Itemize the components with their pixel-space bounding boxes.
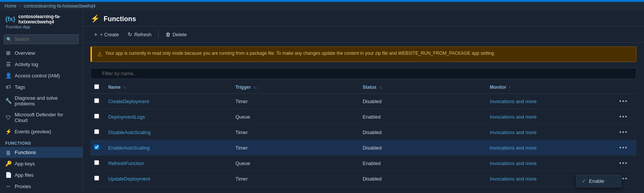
select-all-checkbox[interactable]: [94, 84, 99, 89]
row-status-cell: Disabled: [359, 94, 486, 109]
col-header-status[interactable]: Status ↑↓: [359, 81, 486, 94]
col-header-monitor[interactable]: Monitor ↑: [486, 81, 613, 94]
row-monitor-cell: Invocations and more: [486, 94, 613, 109]
table-row: EnableAutoScaling Timer Disabled Invocat…: [90, 140, 636, 156]
row-trigger-cell: Queue: [232, 156, 359, 171]
monitor-link[interactable]: Invocations and more: [490, 161, 537, 166]
name-sort-icon: ↑↓: [123, 85, 127, 90]
col-header-check: [90, 81, 104, 94]
sidebar-item-label-app-files: App files: [15, 172, 34, 178]
col-header-name[interactable]: Name ↑↓: [104, 81, 232, 94]
function-link[interactable]: UpdateDeployment: [108, 176, 150, 182]
row-status-cell: Disabled: [359, 171, 486, 187]
function-link[interactable]: DeploymentLogs: [108, 114, 145, 120]
warning-icon: ⚠: [97, 51, 102, 58]
sidebar: {fx} contosolearning-fa-hxtxwwcbwehq4 Fu…: [0, 10, 83, 193]
content-header: ⚡Functions: [83, 10, 644, 26]
row-checkbox[interactable]: [94, 176, 99, 181]
row-monitor-cell: Invocations and more: [486, 109, 613, 125]
sidebar-item-access-control[interactable]: 👤 Access control (IAM): [0, 70, 83, 81]
row-more-button[interactable]: •••: [617, 113, 630, 121]
row-checkbox-cell: [90, 125, 104, 140]
sidebar-item-label-tags: Tags: [15, 84, 25, 90]
row-actions-cell: •••: [613, 140, 636, 156]
monitor-link[interactable]: Invocations and more: [490, 145, 537, 151]
table-row: RefreshFunction Queue Enabled Invocation…: [90, 156, 636, 171]
search-input[interactable]: [4, 34, 79, 44]
filter-wrap: 🔍: [90, 68, 636, 79]
col-header-trigger[interactable]: Trigger ↑↓: [232, 81, 359, 94]
row-more-button[interactable]: •••: [617, 159, 630, 167]
function-app-icon: {fx}: [5, 16, 15, 23]
monitor-link[interactable]: Invocations and more: [490, 114, 537, 120]
monitor-link[interactable]: Invocations and more: [490, 99, 537, 104]
context-menu-enable-label: Enable: [589, 178, 604, 184]
delete-icon: 🗑: [165, 31, 171, 37]
activity-log-icon: ☰: [5, 61, 11, 67]
row-more-button[interactable]: •••: [617, 97, 630, 105]
table-row: DeploymentLogs Queue Enabled Invocations…: [90, 109, 636, 125]
sidebar-item-tags[interactable]: 🏷 Tags: [0, 81, 83, 93]
sidebar-item-events[interactable]: ⚡ Events (preview): [0, 126, 83, 137]
row-checkbox[interactable]: [94, 145, 99, 150]
table-row: UpdateDeployment Timer Disabled Invocati…: [90, 171, 636, 187]
row-more-button[interactable]: •••: [617, 144, 630, 152]
row-trigger-cell: Queue: [232, 109, 359, 125]
create-button[interactable]: + + Create: [90, 29, 122, 39]
sidebar-item-label-proxies: Proxies: [15, 184, 31, 189]
monitor-link[interactable]: Invocations and more: [490, 130, 537, 135]
diagnose-icon: 🔧: [5, 98, 11, 104]
sidebar-item-label-defender: Microsoft Defender for Cloud: [15, 112, 77, 123]
function-link[interactable]: EnableAutoScaling: [108, 145, 150, 151]
row-checkbox-cell: [90, 109, 104, 125]
sidebar-item-defender[interactable]: 🛡 Microsoft Defender for Cloud: [0, 109, 83, 126]
functions-table: Name ↑↓ Trigger ↑↓ Status ↑↓ Monitor: [90, 81, 636, 187]
breadcrumb-separator: >: [19, 3, 21, 9]
sidebar-item-label-overview: Overview: [15, 50, 35, 56]
row-monitor-cell: Invocations and more: [486, 156, 613, 171]
sidebar-item-proxies[interactable]: ↔ Proxies: [0, 181, 83, 192]
sidebar-item-app-files[interactable]: 📄 App files: [0, 169, 83, 181]
breadcrumb-home[interactable]: Home: [5, 3, 17, 9]
row-checkbox-cell: [90, 156, 104, 171]
sidebar-item-label-access-control: Access control (IAM): [15, 73, 60, 79]
overview-icon: ⊞: [5, 50, 11, 56]
sidebar-item-diagnose[interactable]: 🔧 Diagnose and solve problems: [0, 93, 83, 109]
section-functions-label: Functions: [0, 137, 83, 147]
row-checkbox[interactable]: [94, 129, 99, 134]
app-keys-icon: 🔑: [5, 161, 11, 167]
search-icon: 🔍: [6, 37, 12, 42]
col-header-actions: [613, 81, 636, 94]
row-actions-cell: •••: [613, 156, 636, 171]
monitor-sort-icon: ↑: [509, 85, 511, 90]
delete-button[interactable]: 🗑 Delete: [162, 29, 191, 39]
row-checkbox[interactable]: [94, 114, 99, 119]
row-checkbox[interactable]: [94, 160, 99, 165]
sidebar-app-name: {fx} contosolearning-fa-hxtxwwcbwehq4: [5, 14, 77, 25]
row-actions-cell: •••: [613, 94, 636, 109]
context-menu-enable[interactable]: ✓ Enable: [577, 175, 621, 187]
function-link[interactable]: RefreshFunction: [108, 161, 144, 166]
row-trigger-cell: Timer: [232, 94, 359, 109]
sidebar-item-label-functions: Functions: [15, 150, 36, 155]
function-link[interactable]: CreateDeployment: [108, 99, 149, 104]
row-name-cell: DeploymentLogs: [104, 109, 232, 125]
row-trigger-cell: Timer: [232, 125, 359, 140]
toolbar: + + Create ↻ Refresh 🗑 Delete: [83, 26, 644, 43]
sidebar-item-label-activity-log: Activity log: [15, 62, 38, 67]
monitor-link[interactable]: Invocations and more: [490, 176, 537, 182]
search-box[interactable]: 🔍: [4, 34, 79, 44]
row-checkbox[interactable]: [94, 98, 99, 103]
row-more-button[interactable]: •••: [617, 128, 630, 136]
warning-banner: ⚠ Your app is currently in read only mod…: [90, 46, 636, 62]
row-status-cell: Enabled: [359, 109, 486, 125]
sidebar-item-functions[interactable]: ||| Functions: [0, 147, 83, 158]
sidebar-item-overview[interactable]: ⊞ Overview: [0, 47, 83, 59]
table-header: Name ↑↓ Trigger ↑↓ Status ↑↓ Monitor: [90, 81, 636, 94]
refresh-button[interactable]: ↻ Refresh: [124, 29, 155, 39]
row-trigger-cell: Timer: [232, 140, 359, 156]
sidebar-item-activity-log[interactable]: ☰ Activity log: [0, 59, 83, 70]
filter-input[interactable]: [90, 68, 636, 79]
sidebar-item-app-keys[interactable]: 🔑 App keys: [0, 158, 83, 169]
function-link[interactable]: DisableAutoScaling: [108, 130, 151, 135]
